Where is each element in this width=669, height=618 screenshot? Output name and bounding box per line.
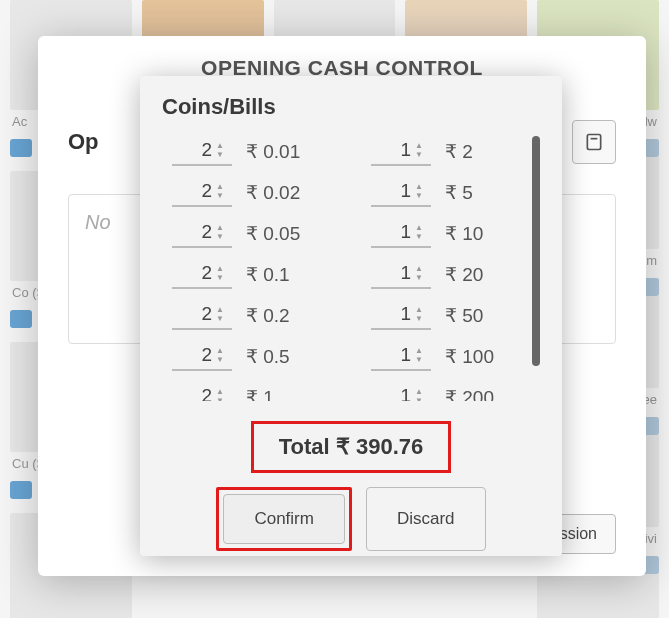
denom-label: ₹ 20 <box>445 263 483 286</box>
spinner-icon[interactable]: ▲▼ <box>415 138 429 162</box>
denom-label: ₹ 0.2 <box>246 304 290 327</box>
spinner-icon[interactable]: ▲▼ <box>216 343 230 367</box>
discard-button[interactable]: Discard <box>366 487 486 551</box>
denom-row: ▲▼₹ 0.02 <box>172 177 341 207</box>
denom-label: ₹ 1 <box>246 386 274 402</box>
denom-label: ₹ 0.05 <box>246 222 300 245</box>
denom-label: ₹ 0.02 <box>246 181 300 204</box>
spinner-icon[interactable]: ▲▼ <box>415 261 429 285</box>
denom-label: ₹ 0.5 <box>246 345 290 368</box>
denom-row: ▲▼₹ 20 <box>371 259 540 289</box>
denom-label: ₹ 100 <box>445 345 494 368</box>
denom-row: ▲▼₹ 200 <box>371 382 540 401</box>
denom-row: ▲▼₹ 0.2 <box>172 300 341 330</box>
denom-label: ₹ 5 <box>445 181 473 204</box>
scrollbar[interactable] <box>532 136 540 366</box>
denom-label: ₹ 0.1 <box>246 263 290 286</box>
svg-rect-0 <box>587 135 600 150</box>
calculator-icon <box>584 132 604 152</box>
denom-label: ₹ 0.01 <box>246 140 300 163</box>
denom-row: ▲▼₹ 100 <box>371 341 540 371</box>
spinner-icon[interactable]: ▲▼ <box>216 302 230 326</box>
spinner-icon[interactable]: ▲▼ <box>216 138 230 162</box>
calculator-button[interactable] <box>572 120 616 164</box>
denom-row: ▲▼₹ 0.1 <box>172 259 341 289</box>
coins-bills-modal: Coins/Bills ▲▼₹ 0.01▲▼₹ 0.02▲▼₹ 0.05▲▼₹ … <box>140 76 562 556</box>
total-display: Total ₹ 390.76 <box>251 421 451 473</box>
spinner-icon[interactable]: ▲▼ <box>415 179 429 203</box>
denom-row: ▲▼₹ 0.01 <box>172 136 341 166</box>
denom-label: ₹ 200 <box>445 386 494 402</box>
confirm-button[interactable]: Confirm <box>223 494 345 544</box>
denom-row: ▲▼₹ 10 <box>371 218 540 248</box>
opening-cash-label: Op <box>68 129 99 155</box>
denom-label: ₹ 10 <box>445 222 483 245</box>
denom-row: ▲▼₹ 0.05 <box>172 218 341 248</box>
spinner-icon[interactable]: ▲▼ <box>415 220 429 244</box>
denom-label: ₹ 2 <box>445 140 473 163</box>
spinner-icon[interactable]: ▲▼ <box>216 179 230 203</box>
denom-row: ▲▼₹ 2 <box>371 136 540 166</box>
spinner-icon[interactable]: ▲▼ <box>415 343 429 367</box>
denom-row: ▲▼₹ 50 <box>371 300 540 330</box>
denom-row: ▲▼₹ 0.5 <box>172 341 341 371</box>
spinner-icon[interactable]: ▲▼ <box>415 302 429 326</box>
denom-row: ▲▼₹ 5 <box>371 177 540 207</box>
spinner-icon[interactable]: ▲▼ <box>216 384 230 401</box>
denom-label: ₹ 50 <box>445 304 483 327</box>
denom-row: ▲▼₹ 1 <box>172 382 341 401</box>
spinner-icon[interactable]: ▲▼ <box>216 220 230 244</box>
coins-bills-title: Coins/Bills <box>162 94 540 120</box>
spinner-icon[interactable]: ▲▼ <box>216 261 230 285</box>
spinner-icon[interactable]: ▲▼ <box>415 384 429 401</box>
